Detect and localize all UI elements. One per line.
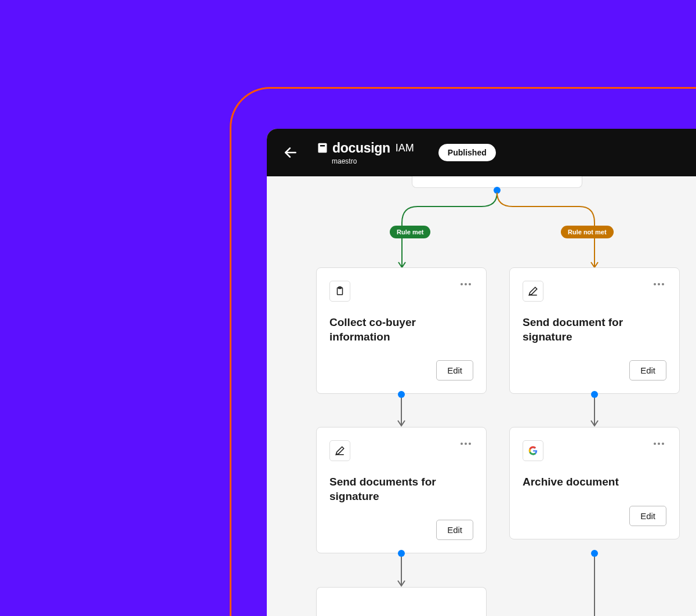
back-button[interactable] [283, 145, 298, 160]
more-menu-button[interactable] [458, 281, 473, 288]
connector-dot [591, 550, 598, 557]
more-menu-button[interactable] [458, 440, 473, 447]
connector-dot [591, 391, 598, 398]
node-title: Send documents for signature [329, 475, 473, 503]
clipboard-icon [329, 281, 350, 302]
app-header: docusign IAM maestro Published [267, 129, 696, 176]
brand-name: docusign [332, 140, 390, 156]
rule-met-label: Rule met [390, 226, 430, 238]
workflow-canvas[interactable]: Rule met Rule not met Collect co-buyer i… [267, 176, 696, 616]
branch-origin-dot [494, 187, 501, 194]
docusign-logo-icon [317, 142, 328, 154]
brand-logo: docusign IAM maestro [317, 140, 414, 165]
pen-icon [329, 440, 350, 461]
edit-button[interactable]: Edit [436, 360, 473, 381]
node-title: Archive document [523, 475, 666, 490]
node-title: Collect co-buyer information [329, 316, 473, 344]
workflow-node-collect-info[interactable]: Collect co-buyer information Edit [316, 267, 487, 394]
workflow-node-partial-top [412, 176, 582, 188]
connector-dot [398, 550, 405, 557]
more-menu-button[interactable] [651, 440, 666, 447]
workflow-node-send-documents[interactable]: Send documents for signature Edit [316, 427, 487, 553]
svg-rect-1 [318, 143, 327, 153]
status-badge: Published [438, 144, 496, 161]
app-window: docusign IAM maestro Published [267, 129, 696, 616]
product-name: IAM [396, 142, 414, 154]
more-menu-button[interactable] [651, 281, 666, 288]
pen-icon [523, 281, 543, 302]
product-subtitle: maestro [332, 157, 414, 165]
edit-button[interactable]: Edit [436, 520, 473, 540]
rule-not-met-label: Rule not met [561, 226, 614, 238]
workflow-node-partial-bottom [316, 587, 487, 616]
edit-button[interactable]: Edit [629, 506, 666, 526]
google-icon [523, 440, 543, 461]
connector-dot [398, 391, 405, 398]
svg-rect-2 [320, 145, 325, 147]
workflow-node-send-signature[interactable]: Send document for signature Edit [509, 267, 680, 394]
workflow-node-archive[interactable]: Archive document Edit [509, 427, 680, 539]
node-title: Send document for signature [523, 316, 666, 344]
edit-button[interactable]: Edit [629, 360, 666, 381]
arrow-left-icon [283, 145, 298, 160]
